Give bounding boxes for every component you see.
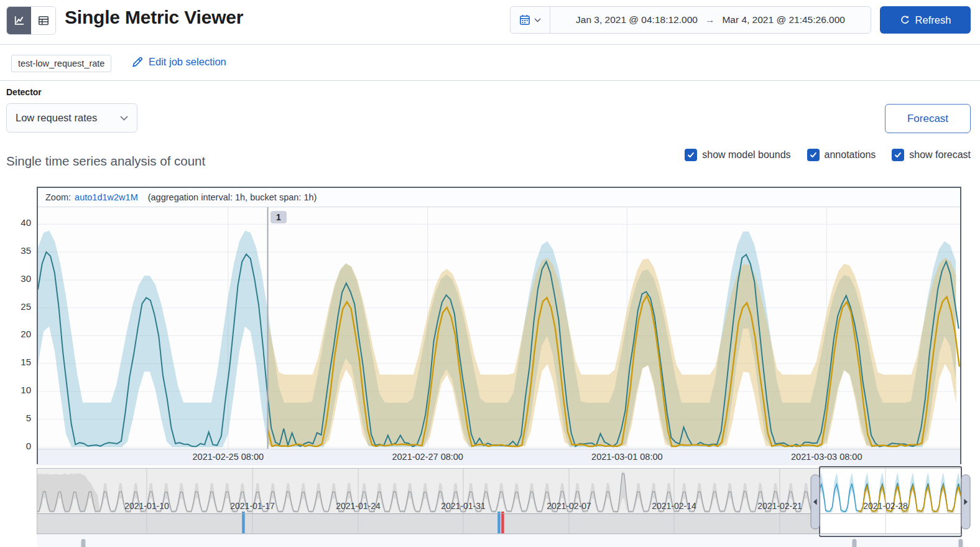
chart-view-toggle-button[interactable] [7, 7, 31, 34]
zoom-option-2w[interactable]: 2w [114, 192, 126, 202]
y-tick-label: 15 [2, 356, 31, 368]
zoom-option-1M[interactable]: 1M [126, 192, 138, 202]
x-tick-label: 2021-03-01 08:00 [591, 452, 663, 462]
context-date-label: 2021-02-21 [757, 501, 802, 511]
annotations-option: annotations [807, 149, 876, 161]
bottom-annotation-handle[interactable] [852, 539, 856, 547]
focus-x-axis: 2021-02-25 08:002021-02-27 08:002021-03-… [38, 449, 960, 465]
y-tick-label: 40 [2, 217, 31, 229]
forecast-button[interactable]: Forecast [885, 104, 971, 133]
refresh-icon [900, 15, 910, 25]
x-tick-label: 2021-02-27 08:00 [392, 452, 463, 462]
table-view-toggle-button[interactable] [31, 7, 55, 34]
refresh-button[interactable]: Refresh [880, 6, 971, 34]
pencil-icon [132, 57, 143, 68]
show-forecast-checkbox[interactable] [892, 149, 904, 161]
date-quick-select-button[interactable] [511, 7, 550, 33]
annotation-badge[interactable]: 1 [270, 211, 287, 223]
zoom-bar: Zoom: auto1d1w2w1M (aggregation interval… [38, 188, 960, 207]
bottom-annotation-handle[interactable] [958, 539, 963, 547]
context-date-label: 2021-01-10 [124, 501, 169, 511]
y-tick-label: 35 [2, 245, 31, 257]
chevron-down-icon [120, 116, 128, 121]
chart-options-row: show model bounds annotations show forec… [685, 149, 971, 161]
focus-chart-card: Zoom: auto1d1w2w1M (aggregation interval… [37, 187, 961, 464]
y-tick-label: 5 [2, 412, 31, 424]
context-date-label: 2021-01-17 [230, 501, 275, 511]
edit-job-selection-link[interactable]: Edit job selection [132, 56, 226, 68]
focus-chart[interactable] [38, 207, 960, 449]
zoom-option-1d[interactable]: 1d [92, 192, 102, 202]
series-heading: Single time series analysis of count [6, 154, 205, 169]
line-chart-icon [13, 14, 25, 27]
detector-select[interactable]: Low request rates [6, 103, 137, 133]
show-model-bounds-label: show model bounds [702, 149, 790, 161]
aggregation-note: (aggregation interval: 1h, bucket span: … [148, 192, 317, 202]
time-range-display[interactable]: Jan 3, 2021 @ 04:18:12.000 → Mar 4, 2021… [550, 7, 871, 33]
bottom-annotation-handle[interactable] [81, 539, 85, 547]
annotations-label: annotations [825, 149, 876, 161]
detector-label: Detector [6, 87, 42, 97]
header-divider [0, 44, 980, 45]
single-metric-viewer-page: Single Metric Viewer Jan 3, 2021 @ 04:18… [0, 0, 980, 547]
show-model-bounds-option: show model bounds [685, 149, 790, 161]
job-bar-divider [0, 80, 980, 81]
y-tick-label: 10 [2, 384, 31, 396]
calendar-icon [519, 14, 530, 26]
show-forecast-option: show forecast [892, 149, 971, 161]
show-model-bounds-checkbox[interactable] [685, 149, 697, 161]
context-date-label: 2021-02-07 [547, 501, 591, 511]
annotations-checkbox[interactable] [807, 149, 820, 161]
context-date-label: 2021-02-14 [652, 501, 696, 511]
context-date-label: 2021-01-24 [336, 501, 381, 511]
job-badge: test-low_request_rate [11, 55, 111, 72]
zoom-label: Zoom: [45, 192, 71, 202]
show-forecast-label: show forecast [909, 149, 971, 161]
y-tick-label: 30 [2, 273, 31, 285]
time-range-start[interactable]: Jan 3, 2021 @ 04:18:12.000 [576, 14, 698, 26]
y-tick-label: 0 [2, 440, 31, 452]
table-icon [37, 14, 50, 27]
time-range-end[interactable]: Mar 4, 2021 @ 21:45:26.000 [722, 14, 845, 26]
time-range-picker: Jan 3, 2021 @ 04:18:12.000 → Mar 4, 2021… [510, 6, 871, 34]
annotation-marker-red[interactable] [501, 512, 504, 534]
context-date-label: 2021-02-28 [863, 501, 908, 511]
arrow-right-icon: → [705, 14, 715, 26]
context-date-label: 2021-01-31 [441, 501, 486, 511]
y-tick-label: 25 [2, 301, 31, 313]
zoom-option-1w[interactable]: 1w [102, 192, 114, 202]
refresh-label: Refresh [915, 14, 951, 26]
detector-selected-value: Low request rates [16, 112, 97, 124]
annotation-marker-blue[interactable] [242, 512, 245, 534]
context-chart[interactable]: 2021-01-102021-01-172021-01-242021-01-31… [37, 465, 980, 547]
page-title: Single Metric Viewer [65, 7, 243, 28]
x-tick-label: 2021-03-03 08:00 [791, 452, 862, 462]
chevron-down-icon [534, 18, 541, 22]
zoom-links: auto1d1w2w1M [75, 192, 138, 202]
zoom-option-auto[interactable]: auto [75, 192, 92, 202]
y-tick-label: 20 [2, 328, 31, 340]
x-tick-label: 2021-02-25 08:00 [193, 452, 264, 462]
edit-job-selection-label: Edit job selection [149, 56, 226, 68]
annotation-marker-blue[interactable] [497, 512, 501, 534]
view-toggle-group [6, 6, 56, 35]
